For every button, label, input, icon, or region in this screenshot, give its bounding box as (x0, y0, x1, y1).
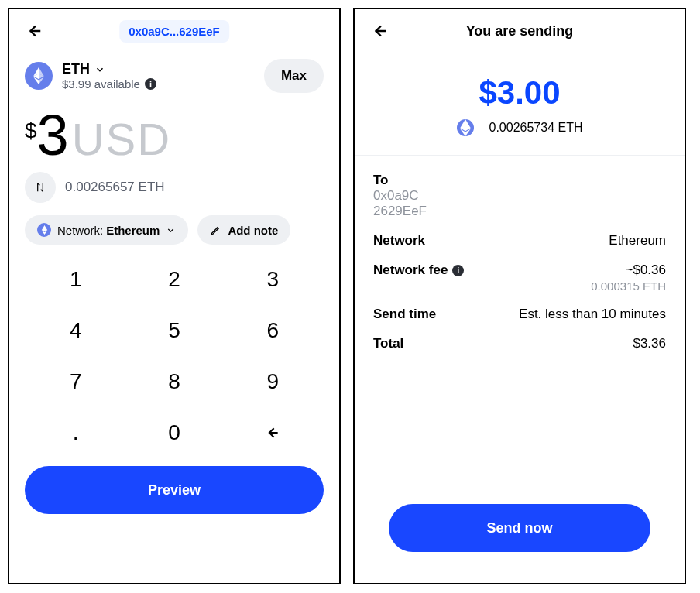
page-title: You are sending (466, 23, 574, 39)
eth-estimate: 0.00265657 ETH (65, 180, 165, 195)
keypad-9[interactable]: 9 (224, 356, 322, 407)
keypad-4[interactable]: 4 (26, 305, 125, 356)
send-time-label: Send time (373, 307, 436, 322)
swap-icon (34, 181, 46, 194)
pencil-icon (210, 225, 221, 236)
eth-icon (457, 119, 474, 136)
detail-total: Total $3.36 (373, 336, 666, 351)
asset-available: $3.99 available (62, 77, 140, 91)
asset-symbol: ETH (62, 61, 90, 77)
left-header: 0x0a9C...629EeF (9, 9, 339, 53)
send-now-button[interactable]: Send now (389, 504, 650, 552)
arrow-left-icon (26, 22, 43, 39)
fee-label: Network fee (373, 262, 448, 278)
summary-amount: $3.00 0.00265734 ETH (355, 53, 685, 156)
network-value: Ethereum (106, 224, 160, 237)
swap-currency-button[interactable] (25, 172, 56, 203)
to-label: To (373, 173, 427, 188)
keypad-dot[interactable]: . (26, 407, 125, 458)
amount-currency: USD (72, 117, 171, 162)
fee-eth: 0.000315 ETH (591, 279, 666, 293)
ethereum-badge-icon (37, 223, 51, 237)
chevron-down-icon (94, 64, 105, 75)
keypad-backspace[interactable] (224, 407, 322, 458)
back-button[interactable] (23, 20, 45, 42)
swap-row: 0.00265657 ETH (9, 167, 339, 212)
back-button[interactable] (369, 20, 390, 42)
confirm-send-screen: You are sending $3.00 0.00265734 ETH To … (353, 8, 686, 584)
to-address-line2: 2629EeF (373, 204, 427, 219)
summary-amount-eth: 0.00265734 ETH (489, 121, 583, 135)
chips-row: Network: Ethereum Add note (9, 212, 339, 249)
detail-send-time: Send time Est. less than 10 minutes (373, 307, 666, 322)
send-amount-screen: 0x0a9C...629EeF ETH $3.99 available i Ma… (8, 8, 341, 584)
max-button[interactable]: Max (264, 59, 324, 93)
network-label: Network: (57, 224, 103, 237)
summary-amount-usd: $3.00 (479, 74, 560, 111)
arrow-left-icon (371, 22, 388, 39)
add-note-button[interactable]: Add note (197, 215, 290, 245)
info-icon[interactable]: i (145, 78, 156, 90)
keypad-5[interactable]: 5 (125, 305, 223, 356)
network-selector[interactable]: Network: Ethereum (25, 215, 188, 245)
add-note-label: Add note (228, 224, 278, 237)
eth-icon (25, 62, 53, 90)
total-value: $3.36 (633, 336, 666, 351)
keypad-2[interactable]: 2 (125, 254, 223, 305)
keypad: 1 2 3 4 5 6 7 8 9 . 0 (9, 249, 339, 458)
detail-fee: Network fee i ~$0.36 0.000315 ETH (373, 262, 666, 293)
amount-display: $ 3 USD (9, 93, 339, 167)
keypad-1[interactable]: 1 (26, 254, 125, 305)
keypad-0[interactable]: 0 (125, 407, 223, 458)
keypad-6[interactable]: 6 (224, 305, 322, 356)
currency-prefix: $ (25, 120, 37, 142)
preview-button[interactable]: Preview (25, 466, 324, 514)
chevron-down-icon (166, 225, 176, 235)
recipient-address-chip[interactable]: 0x0a9C...629EeF (119, 20, 229, 43)
total-label: Total (373, 336, 403, 351)
send-time-value: Est. less than 10 minutes (519, 307, 666, 322)
keypad-7[interactable]: 7 (26, 356, 125, 407)
asset-selector[interactable]: ETH (62, 61, 264, 77)
detail-to: To 0x0a9C 2629EeF (373, 173, 666, 219)
to-address-line1: 0x0a9C (373, 188, 427, 204)
fee-usd: ~$0.36 (591, 262, 666, 278)
network-value: Ethereum (609, 233, 666, 249)
amount-value: 3 (37, 107, 67, 164)
keypad-8[interactable]: 8 (125, 356, 223, 407)
network-label: Network (373, 233, 425, 249)
arrow-left-icon (262, 425, 283, 440)
detail-network: Network Ethereum (373, 233, 666, 249)
keypad-3[interactable]: 3 (224, 254, 322, 305)
info-icon[interactable]: i (452, 265, 464, 276)
asset-row: ETH $3.99 available i Max (9, 53, 339, 93)
details-list: To 0x0a9C 2629EeF Network Ethereum Netwo… (355, 156, 685, 583)
right-header: You are sending (355, 9, 685, 53)
